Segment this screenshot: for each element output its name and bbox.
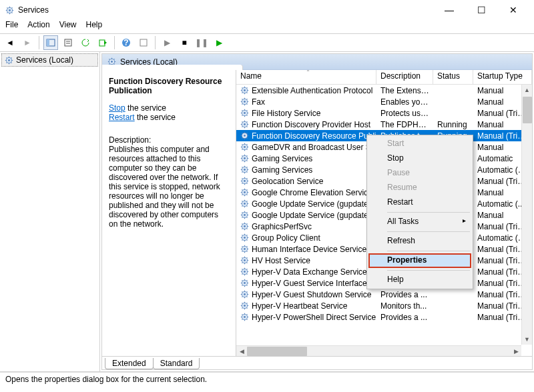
cell-description: Enables you...	[376, 97, 433, 107]
scroll-thumb-h[interactable]	[247, 347, 307, 356]
col-description[interactable]: Description	[376, 70, 433, 84]
export-button[interactable]	[95, 35, 110, 50]
stop-service-button[interactable]: ■	[177, 35, 192, 50]
ctx-start: Start	[368, 137, 471, 151]
tree-pane: Services (Local)	[0, 52, 100, 371]
ctx-all-tasks[interactable]: All Tasks	[368, 215, 471, 229]
close-button[interactable]: ✕	[503, 5, 523, 15]
service-row[interactable]: Extensible Authentication ProtocolThe Ex…	[236, 85, 532, 96]
menu-file[interactable]: File	[5, 20, 18, 33]
cell-name: Human Interface Device Service	[252, 245, 366, 254]
scroll-right-icon[interactable]: ▶	[511, 348, 521, 355]
ctx-restart[interactable]: Restart	[368, 195, 471, 210]
cell-name: Function Discovery Provider Host	[252, 120, 370, 129]
show-hide-tree-button[interactable]	[43, 35, 58, 50]
gear-icon	[240, 233, 249, 242]
column-headers: Name Description Status Startup Type	[236, 70, 532, 85]
col-startup[interactable]: Startup Type	[473, 70, 532, 84]
gear-icon	[240, 301, 249, 310]
cell-name: Geolocation Service	[252, 177, 323, 186]
service-row[interactable]: FaxEnables you...Manual	[236, 96, 532, 107]
refresh-button[interactable]	[78, 35, 93, 50]
restart-service-button[interactable]: ▶	[212, 35, 226, 50]
pause-service-button[interactable]: ❚❚	[194, 35, 209, 50]
gear-icon	[240, 313, 249, 321]
cell-name: Gaming Services	[252, 154, 312, 163]
service-row[interactable]: Function Discovery Provider HostThe FDPH…	[236, 119, 532, 130]
cell-description: The FDPHO...	[376, 120, 433, 129]
cell-description: The Extensi...	[376, 86, 433, 95]
cell-description: Protects use...	[376, 109, 433, 118]
cell-description: Provides a ...	[376, 290, 433, 299]
gear-icon	[240, 256, 249, 265]
scroll-thumb[interactable]	[523, 97, 532, 123]
svg-rect-7	[99, 40, 105, 46]
gear-icon	[240, 86, 249, 95]
ctx-refresh[interactable]: Refresh	[368, 234, 471, 249]
cell-name: Group Policy Client	[252, 233, 320, 243]
horizontal-scrollbar[interactable]: ◀ ▶	[236, 345, 521, 356]
cell-name: Hyper-V Guest Shutdown Service	[252, 290, 371, 299]
ctx-help[interactable]: Help	[368, 273, 471, 287]
tab-extended[interactable]: Extended	[105, 358, 154, 369]
help-button[interactable]: ?	[119, 35, 134, 50]
scroll-up-icon[interactable]: ▲	[522, 85, 532, 95]
services-icon	[5, 6, 14, 15]
properties-button[interactable]	[61, 35, 75, 50]
menu-help[interactable]: Help	[86, 20, 103, 33]
statusbar: Opens the properties dialog box for the …	[0, 372, 534, 387]
view-tabs: Extended Standard	[102, 356, 532, 369]
tab-standard[interactable]: Standard	[153, 358, 200, 369]
col-status[interactable]: Status	[433, 70, 473, 84]
menu-view[interactable]: View	[59, 20, 77, 33]
ctx-pause: Pause	[368, 166, 471, 181]
gear-icon	[240, 211, 249, 219]
cell-name: Fax	[252, 97, 265, 107]
ctx-stop[interactable]: Stop	[368, 151, 471, 166]
cell-description: Provides a ...	[376, 313, 433, 322]
toolbar: ◄ ► ? ▶ ■ ❚❚ ▶	[0, 33, 534, 52]
scroll-down-icon[interactable]: ▼	[522, 334, 532, 345]
gear-icon	[240, 188, 249, 197]
service-row[interactable]: Hyper-V Heartbeat ServiceMonitors th...M…	[236, 300, 532, 311]
stop-link[interactable]: Stop	[109, 103, 125, 113]
context-menu: Start Stop Pause Resume Restart All Task…	[366, 135, 473, 289]
cell-name: GameDVR and Broadcast User Se	[252, 143, 375, 152]
cell-name: Gaming Services	[252, 165, 312, 175]
restart-link[interactable]: Restart	[109, 113, 135, 122]
ctx-properties[interactable]: Properties	[368, 253, 471, 268]
cell-name: HV Host Service	[252, 256, 310, 265]
svg-rect-4	[65, 39, 71, 46]
cell-name: GraphicsPerfSvc	[252, 222, 312, 231]
cell-name: Function Discovery Resource Public	[252, 131, 376, 141]
scroll-left-icon[interactable]: ◀	[236, 348, 247, 355]
help-button-2[interactable]	[136, 35, 151, 50]
col-name[interactable]: Name	[236, 70, 376, 84]
description-text: Publishes this computer and resources at…	[109, 145, 229, 229]
vertical-scrollbar[interactable]: ▲ ▼	[521, 85, 532, 345]
forward-button[interactable]: ►	[20, 35, 35, 50]
panel-header: Services (Local)	[102, 54, 532, 70]
cell-name: Hyper-V PowerShell Direct Service	[252, 313, 376, 322]
svg-rect-10	[140, 39, 147, 46]
service-list: Name Description Status Startup Type Ext…	[236, 70, 532, 356]
cell-name: Hyper-V Heartbeat Service	[252, 301, 347, 311]
gear-icon	[240, 131, 249, 140]
cell-name: Google Chrome Elevation Servic	[252, 188, 368, 197]
service-row[interactable]: Hyper-V PowerShell Direct ServiceProvide…	[236, 311, 532, 323]
cell-name: Google Update Service (gupdate	[252, 199, 368, 209]
gear-icon	[5, 56, 13, 65]
cell-name: Hyper-V Guest Service Interface	[252, 279, 367, 288]
tree-services-local[interactable]: Services (Local)	[1, 53, 98, 67]
back-button[interactable]: ◄	[3, 35, 17, 50]
svg-rect-3	[47, 39, 49, 46]
service-row[interactable]: Hyper-V Guest Shutdown ServiceProvides a…	[236, 289, 532, 300]
maximize-button[interactable]: ☐	[471, 5, 491, 15]
service-row[interactable]: File History ServiceProtects use...Manua…	[236, 107, 532, 119]
menu-action[interactable]: Action	[27, 20, 49, 33]
minimize-button[interactable]: —	[439, 5, 459, 15]
gear-icon	[240, 279, 249, 287]
start-service-button[interactable]: ▶	[160, 35, 174, 50]
service-name: Function Discovery Resource Publication	[109, 77, 229, 95]
cell-name: File History Service	[252, 109, 320, 118]
